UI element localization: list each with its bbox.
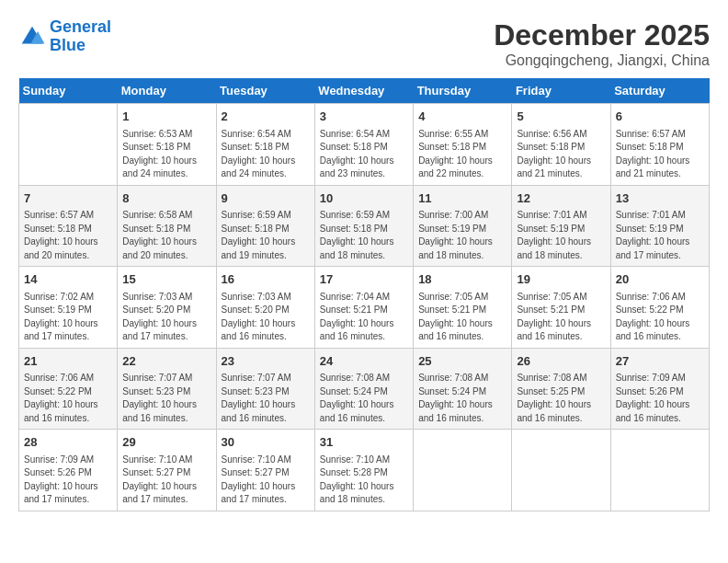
day-number: 27 <box>616 352 704 371</box>
day-info: Sunrise: 7:02 AMSunset: 5:19 PMDaylight:… <box>24 291 112 344</box>
day-number: 4 <box>418 108 506 126</box>
day-number: 3 <box>320 108 408 126</box>
day-info: Sunrise: 7:05 AMSunset: 5:21 PMDaylight:… <box>418 291 506 344</box>
day-number: 19 <box>517 270 605 289</box>
logo-text: General Blue <box>50 18 111 55</box>
day-info: Sunrise: 7:08 AMSunset: 5:24 PMDaylight:… <box>418 372 506 425</box>
logo-line1: General <box>50 17 111 36</box>
day-number: 10 <box>320 190 408 208</box>
day-info: Sunrise: 7:07 AMSunset: 5:23 PMDaylight:… <box>122 372 210 425</box>
weekday-header: Thursday <box>414 78 512 104</box>
calendar-cell: 19Sunrise: 7:05 AMSunset: 5:21 PMDayligh… <box>512 267 610 349</box>
day-number: 13 <box>616 190 704 208</box>
day-number: 30 <box>222 433 310 452</box>
day-number: 1 <box>122 108 210 126</box>
calendar-cell: 6Sunrise: 6:57 AMSunset: 5:18 PMDaylight… <box>610 104 709 186</box>
day-info: Sunrise: 7:03 AMSunset: 5:20 PMDaylight:… <box>122 291 210 344</box>
day-info: Sunrise: 7:10 AMSunset: 5:28 PMDaylight:… <box>320 454 408 507</box>
day-number: 12 <box>517 190 605 208</box>
day-number: 7 <box>24 190 112 208</box>
calendar-cell: 30Sunrise: 7:10 AMSunset: 5:27 PMDayligh… <box>216 430 314 511</box>
calendar-cell: 17Sunrise: 7:04 AMSunset: 5:21 PMDayligh… <box>314 267 413 349</box>
calendar-week-row: 28Sunrise: 7:09 AMSunset: 5:26 PMDayligh… <box>19 430 710 511</box>
calendar-cell: 3Sunrise: 6:54 AMSunset: 5:18 PMDaylight… <box>314 104 413 186</box>
weekday-header-row: SundayMondayTuesdayWednesdayThursdayFrid… <box>19 78 710 104</box>
day-number: 17 <box>320 270 408 289</box>
day-number: 5 <box>517 108 605 126</box>
calendar-cell: 7Sunrise: 6:57 AMSunset: 5:18 PMDaylight… <box>19 185 118 267</box>
calendar-cell: 8Sunrise: 6:58 AMSunset: 5:18 PMDaylight… <box>118 185 216 267</box>
day-info: Sunrise: 7:04 AMSunset: 5:21 PMDaylight:… <box>320 291 408 344</box>
calendar-cell <box>19 104 118 186</box>
calendar-cell: 21Sunrise: 7:06 AMSunset: 5:22 PMDayligh… <box>19 348 118 430</box>
day-info: Sunrise: 7:08 AMSunset: 5:25 PMDaylight:… <box>517 372 605 425</box>
day-info: Sunrise: 7:10 AMSunset: 5:27 PMDaylight:… <box>222 454 310 507</box>
calendar-cell: 5Sunrise: 6:56 AMSunset: 5:18 PMDaylight… <box>512 104 610 186</box>
weekday-header: Monday <box>118 78 216 104</box>
day-number: 21 <box>24 352 112 371</box>
weekday-header: Tuesday <box>216 78 314 104</box>
day-number: 6 <box>616 108 704 126</box>
title-block: December 2025 Gongqingcheng, Jiangxi, Ch… <box>494 18 710 69</box>
day-info: Sunrise: 6:55 AMSunset: 5:18 PMDaylight:… <box>418 128 506 181</box>
calendar-cell: 13Sunrise: 7:01 AMSunset: 5:19 PMDayligh… <box>610 185 709 267</box>
calendar-week-row: 7Sunrise: 6:57 AMSunset: 5:18 PMDaylight… <box>19 185 710 267</box>
calendar-cell: 18Sunrise: 7:05 AMSunset: 5:21 PMDayligh… <box>414 267 512 349</box>
page-header: General Blue December 2025 Gongqingcheng… <box>18 18 710 69</box>
day-number: 25 <box>418 352 506 371</box>
calendar-week-row: 21Sunrise: 7:06 AMSunset: 5:22 PMDayligh… <box>19 348 710 430</box>
calendar-cell: 27Sunrise: 7:09 AMSunset: 5:26 PMDayligh… <box>610 348 709 430</box>
weekday-header: Saturday <box>610 78 709 104</box>
calendar-cell <box>414 430 512 511</box>
logo-line2: Blue <box>50 36 85 54</box>
logo: General Blue <box>18 18 111 55</box>
day-info: Sunrise: 7:01 AMSunset: 5:19 PMDaylight:… <box>517 209 605 262</box>
day-number: 14 <box>24 270 112 289</box>
calendar-cell: 11Sunrise: 7:00 AMSunset: 5:19 PMDayligh… <box>414 185 512 267</box>
day-number: 15 <box>122 270 210 289</box>
calendar-cell: 12Sunrise: 7:01 AMSunset: 5:19 PMDayligh… <box>512 185 610 267</box>
day-info: Sunrise: 7:00 AMSunset: 5:19 PMDaylight:… <box>418 209 506 262</box>
day-info: Sunrise: 7:07 AMSunset: 5:23 PMDaylight:… <box>222 372 310 425</box>
day-info: Sunrise: 6:59 AMSunset: 5:18 PMDaylight:… <box>320 209 408 262</box>
day-number: 31 <box>320 433 408 452</box>
calendar-week-row: 1Sunrise: 6:53 AMSunset: 5:18 PMDaylight… <box>19 104 710 186</box>
calendar-week-row: 14Sunrise: 7:02 AMSunset: 5:19 PMDayligh… <box>19 267 710 349</box>
day-number: 8 <box>122 190 210 208</box>
day-number: 11 <box>418 190 506 208</box>
calendar-cell: 26Sunrise: 7:08 AMSunset: 5:25 PMDayligh… <box>512 348 610 430</box>
day-number: 20 <box>616 270 704 289</box>
day-number: 9 <box>222 190 310 208</box>
calendar-cell: 15Sunrise: 7:03 AMSunset: 5:20 PMDayligh… <box>118 267 216 349</box>
weekday-header: Sunday <box>19 78 118 104</box>
day-info: Sunrise: 7:01 AMSunset: 5:19 PMDaylight:… <box>616 209 704 262</box>
calendar-cell: 14Sunrise: 7:02 AMSunset: 5:19 PMDayligh… <box>19 267 118 349</box>
day-info: Sunrise: 6:57 AMSunset: 5:18 PMDaylight:… <box>616 128 704 181</box>
day-info: Sunrise: 7:10 AMSunset: 5:27 PMDaylight:… <box>122 454 210 507</box>
day-info: Sunrise: 7:06 AMSunset: 5:22 PMDaylight:… <box>616 291 704 344</box>
day-number: 18 <box>418 270 506 289</box>
day-info: Sunrise: 6:58 AMSunset: 5:18 PMDaylight:… <box>122 209 210 262</box>
location: Gongqingcheng, Jiangxi, China <box>494 52 710 69</box>
calendar-cell: 9Sunrise: 6:59 AMSunset: 5:18 PMDaylight… <box>216 185 314 267</box>
day-number: 26 <box>517 352 605 371</box>
calendar-cell: 20Sunrise: 7:06 AMSunset: 5:22 PMDayligh… <box>610 267 709 349</box>
day-number: 28 <box>24 433 112 452</box>
day-info: Sunrise: 7:08 AMSunset: 5:24 PMDaylight:… <box>320 372 408 425</box>
calendar-cell: 22Sunrise: 7:07 AMSunset: 5:23 PMDayligh… <box>118 348 216 430</box>
day-number: 2 <box>222 108 310 126</box>
day-info: Sunrise: 7:06 AMSunset: 5:22 PMDaylight:… <box>24 372 112 425</box>
calendar-cell: 24Sunrise: 7:08 AMSunset: 5:24 PMDayligh… <box>314 348 413 430</box>
calendar-cell <box>610 430 709 511</box>
calendar-cell: 10Sunrise: 6:59 AMSunset: 5:18 PMDayligh… <box>314 185 413 267</box>
day-info: Sunrise: 6:56 AMSunset: 5:18 PMDaylight:… <box>517 128 605 181</box>
weekday-header: Wednesday <box>314 78 413 104</box>
calendar-cell: 1Sunrise: 6:53 AMSunset: 5:18 PMDaylight… <box>118 104 216 186</box>
calendar-cell: 16Sunrise: 7:03 AMSunset: 5:20 PMDayligh… <box>216 267 314 349</box>
calendar-cell: 29Sunrise: 7:10 AMSunset: 5:27 PMDayligh… <box>118 430 216 511</box>
calendar-cell: 4Sunrise: 6:55 AMSunset: 5:18 PMDaylight… <box>414 104 512 186</box>
day-number: 29 <box>122 433 210 452</box>
day-info: Sunrise: 7:03 AMSunset: 5:20 PMDaylight:… <box>222 291 310 344</box>
day-number: 23 <box>222 352 310 371</box>
day-info: Sunrise: 6:54 AMSunset: 5:18 PMDaylight:… <box>320 128 408 181</box>
